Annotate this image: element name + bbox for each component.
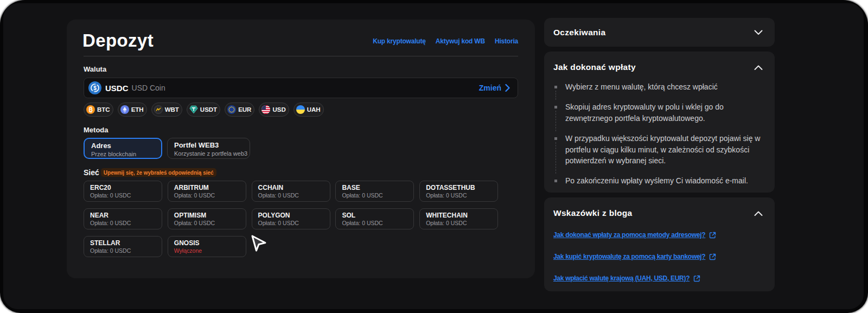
svg-text:B: B [88, 107, 92, 113]
svg-text:$: $ [93, 85, 97, 91]
